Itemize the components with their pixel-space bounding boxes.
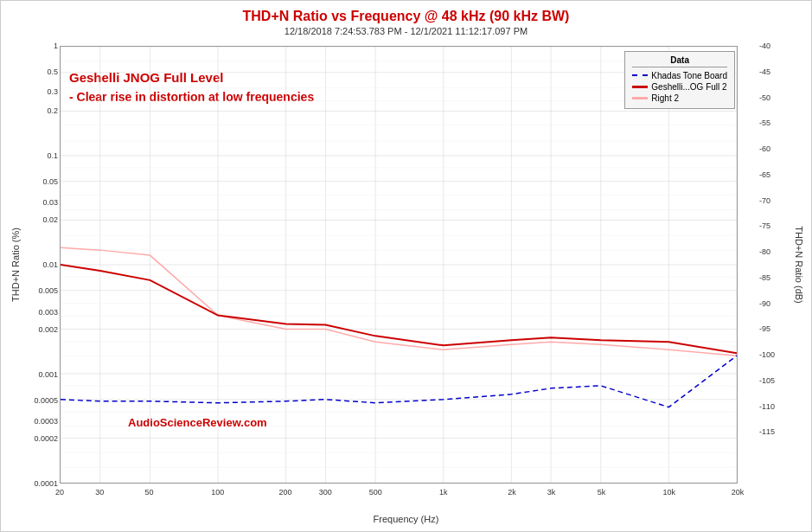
x-tick: 200 xyxy=(279,488,292,497)
legend-title: Data xyxy=(632,55,727,67)
x-tick-labels: 2030501002003005001k2k3k5k10k20k xyxy=(60,488,738,505)
y-left-axis-label: THD+N Ratio (%) xyxy=(8,46,23,484)
y-right-tick: -100 xyxy=(759,350,792,359)
y-right-tick: -65 xyxy=(759,170,792,179)
legend-item-khadas: Khadas Tone Board xyxy=(632,71,727,80)
chart-subtitle: 12/18/2018 7:24:53.783 PM - 12/1/2021 11… xyxy=(1,26,811,36)
y-right-tick: -55 xyxy=(759,119,792,127)
y-right-axis-label: THD+N Ratio (dB) xyxy=(791,46,807,484)
legend-item-geshelli: Geshelli...OG Full 2 xyxy=(632,82,727,92)
x-tick: 10k xyxy=(663,488,676,497)
y-right-tick: -45 xyxy=(759,67,792,76)
y-left-ticks: 10.50.30.20.10.050.030.020.010.0050.0030… xyxy=(25,46,58,484)
x-axis-label: Frequency (Hz) xyxy=(1,514,811,524)
right2-label: Right 2 xyxy=(651,93,679,103)
y-left-tick: 0.005 xyxy=(25,286,58,295)
y-left-tick: 1 xyxy=(25,42,58,50)
x-tick: 20 xyxy=(55,488,64,497)
geshelli-color-swatch xyxy=(632,86,648,88)
y-right-tick: -70 xyxy=(759,196,792,205)
y-right-tick: -50 xyxy=(759,93,792,102)
y-left-tick: 0.0002 xyxy=(25,434,58,443)
y-left-tick: 0.02 xyxy=(25,215,58,224)
y-left-tick: 0.3 xyxy=(25,87,58,96)
y-left-tick: 0.003 xyxy=(25,308,58,317)
khadas-color-swatch xyxy=(632,74,648,77)
y-right-tick: -60 xyxy=(759,144,792,153)
x-tick: 2k xyxy=(508,488,516,497)
y-right-tick: -85 xyxy=(759,273,792,282)
y-left-tick: 0.002 xyxy=(25,325,58,334)
y-right-tick: -80 xyxy=(759,247,792,256)
x-tick: 30 xyxy=(95,488,104,497)
y-left-tick: 0.0005 xyxy=(25,396,58,405)
y-right-tick: -95 xyxy=(759,324,792,333)
watermark: AudioScienceReview.com xyxy=(128,416,267,429)
x-tick: 100 xyxy=(211,488,224,497)
y-left-tick: 0.01 xyxy=(25,260,58,269)
geshelli-label: Geshelli...OG Full 2 xyxy=(651,82,726,92)
chart-container: THD+N Ratio vs Frequency @ 48 kHz (90 kH… xyxy=(0,0,812,532)
y-right-tick: -75 xyxy=(759,221,792,230)
y-right-ticks: -40-45-50-55-60-65-70-75-80-85-90-95-100… xyxy=(759,46,792,484)
legend-item-right2: Right 2 xyxy=(632,93,727,103)
x-tick: 20k xyxy=(732,488,745,497)
legend-box: Data Khadas Tone Board Geshelli...OG Ful… xyxy=(624,51,735,109)
y-right-tick: -110 xyxy=(759,402,792,411)
x-tick: 500 xyxy=(369,488,382,497)
y-left-tick: 0.2 xyxy=(25,106,58,115)
y-left-tick: 0.0003 xyxy=(25,417,58,426)
x-tick: 50 xyxy=(144,488,153,497)
y-left-tick: 0.03 xyxy=(25,198,58,207)
x-tick: 300 xyxy=(319,488,332,497)
y-left-tick: 0.5 xyxy=(25,67,58,76)
x-tick: 1k xyxy=(439,488,448,497)
y-right-tick: -40 xyxy=(759,42,792,50)
x-tick: 5k xyxy=(598,488,606,497)
khadas-label: Khadas Tone Board xyxy=(651,71,727,80)
y-left-tick: 0.001 xyxy=(25,370,58,379)
chart-area: AP Geshelli JNOG Full Level - Clear rise… xyxy=(60,46,738,484)
y-left-tick: 0.05 xyxy=(25,177,58,186)
right2-color-swatch xyxy=(632,97,648,99)
y-right-tick: -115 xyxy=(759,427,792,436)
geshelli-line xyxy=(61,265,737,353)
y-left-tick: 0.1 xyxy=(25,151,58,160)
y-right-tick: -90 xyxy=(759,299,792,308)
y-right-tick: -105 xyxy=(759,376,792,385)
y-left-tick: 0.0001 xyxy=(25,479,58,488)
x-tick: 3k xyxy=(547,488,556,497)
chart-title: THD+N Ratio vs Frequency @ 48 kHz (90 kH… xyxy=(1,1,811,26)
